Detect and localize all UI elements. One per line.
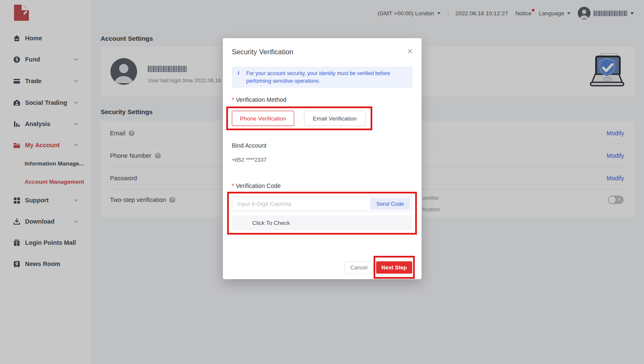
captcha-input[interactable] [232, 196, 368, 211]
app-root: Home $ Fund Trade Social Trading [0, 0, 644, 364]
bind-account-label: Bind Account [232, 142, 267, 149]
click-to-check-captcha[interactable]: Click To Check [232, 216, 412, 230]
modal-title: Security Verification [232, 48, 293, 56]
info-banner-text: For your account security, your identity… [246, 70, 404, 85]
phone-verification-button[interactable]: Phone Verification [232, 111, 294, 126]
verification-method-label: *Verification Method [232, 96, 287, 103]
close-icon[interactable]: ✕ [407, 47, 413, 56]
verification-code-label: *Verification Code [232, 182, 281, 189]
security-verification-modal: Security Verification ✕ i For your accou… [223, 38, 422, 279]
email-verification-button[interactable]: Email Verification [304, 111, 366, 126]
required-asterisk: * [232, 96, 234, 103]
info-banner: i For your account security, your identi… [232, 67, 413, 88]
next-step-button[interactable]: Next Step [376, 261, 412, 274]
required-asterisk: * [232, 182, 234, 189]
captcha-input-wrap: Send Code [232, 196, 412, 211]
send-code-button[interactable]: Send Code [370, 198, 410, 210]
cancel-button[interactable]: Cancel [345, 261, 373, 274]
bind-account-value: +852 ****2337 [232, 157, 267, 163]
info-icon: i [238, 70, 239, 76]
